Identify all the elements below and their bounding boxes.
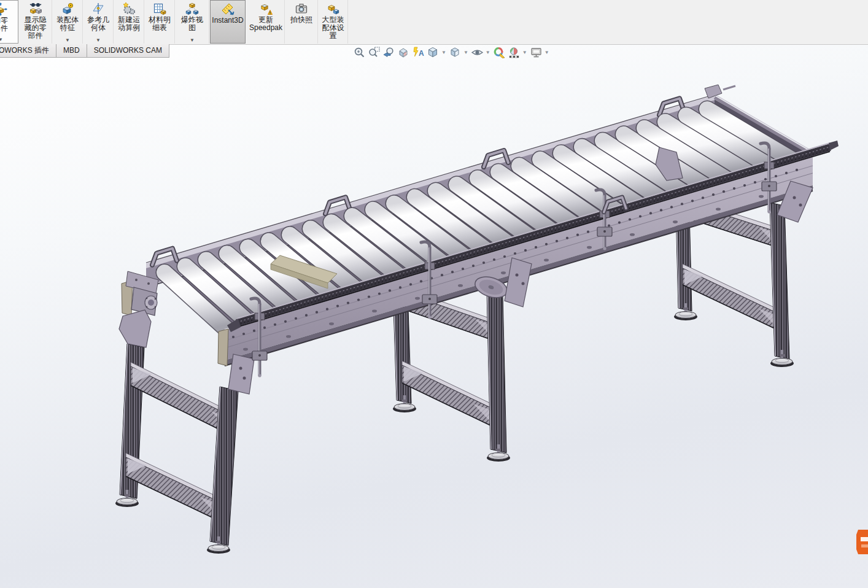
take-snapshot-icon (295, 1, 308, 16)
new-motion-study-label: 动算例 (118, 24, 140, 32)
exploded-view-button[interactable]: 爆炸视图▼ (176, 0, 209, 44)
dropdown-caret-icon[interactable]: ▼ (0, 37, 18, 42)
tab-mbd[interactable]: MBD (56, 44, 87, 58)
zoom-to-fit-icon[interactable] (352, 45, 366, 60)
move-component-icon (0, 2, 7, 17)
zoom-to-area-icon[interactable] (367, 45, 381, 60)
apply-scene-icon[interactable] (507, 45, 521, 60)
dropdown-caret-icon[interactable]: ▼ (463, 50, 468, 55)
reference-geometry-button[interactable]: 参考几何体▼ (83, 0, 114, 44)
dropdown-caret-icon[interactable]: ▼ (544, 50, 549, 55)
assembly-features-icon (61, 1, 74, 16)
update-speedpak-label: Speedpak (249, 24, 282, 32)
conveyor-model[interactable] (0, 44, 868, 588)
update-speedpak-icon (259, 1, 273, 16)
view-orientation-icon[interactable] (426, 45, 440, 60)
show-hidden-components-button[interactable]: 显示隐藏的零部件 (19, 0, 52, 44)
end-bracket[interactable] (705, 85, 722, 98)
dropdown-caret-icon[interactable]: ▼ (522, 50, 527, 55)
bill-of-materials-icon (153, 1, 166, 16)
dropdown-caret-icon[interactable]: ▼ (53, 38, 82, 43)
solidworks-window: { "toolbar": { "buttons": [ {"id":"move-… (0, 0, 868, 588)
show-hidden-components-icon (29, 1, 42, 16)
update-speedpak-button[interactable]: 更新Speedpak (247, 0, 285, 44)
assembly-features-label: 特征 (60, 24, 75, 32)
take-snapshot-label: 拍快照 (290, 16, 312, 24)
move-component-button[interactable]: 动零部件▼ (0, 0, 18, 44)
show-hidden-components-label: 部件 (28, 32, 43, 40)
previous-view-icon[interactable] (382, 45, 396, 60)
bracket-left-far[interactable] (119, 310, 151, 347)
leg-assembly-middle[interactable] (393, 287, 510, 462)
command-manager-toolbar: 动零部件▼显示隐藏的零部件装配体特征▼参考几何体▼新建运动算例材料明细表爆炸视图… (0, 0, 868, 45)
exploded-view-icon (185, 1, 199, 16)
instant3d-button[interactable]: Instant3D (210, 0, 246, 44)
exploded-view-label: 图 (188, 24, 196, 32)
annotation-views-icon[interactable]: A (411, 45, 425, 60)
dropdown-caret-icon[interactable]: ▼ (83, 38, 113, 43)
large-assembly-settings-label: 置 (330, 32, 337, 40)
badge-icon (856, 528, 868, 555)
section-view-icon[interactable] (397, 45, 411, 60)
new-motion-study-button[interactable]: 新建运动算例 (114, 0, 144, 44)
new-motion-study-icon (122, 1, 136, 16)
large-assembly-settings-icon (327, 1, 340, 16)
command-manager-tabs: OWORKS 插件MBDSOLIDWORKS CAM (0, 44, 169, 59)
dropdown-caret-icon[interactable]: ▼ (441, 50, 446, 55)
svg-text:A: A (419, 49, 424, 58)
instant3d-label: Instant3D (212, 17, 243, 25)
leveling-foot[interactable] (770, 350, 794, 367)
dropdown-caret-icon[interactable]: ▼ (486, 50, 490, 55)
display-style-icon[interactable] (448, 45, 462, 60)
tab-plugins[interactable]: OWORKS 插件 (0, 44, 56, 58)
heads-up-view-toolbar: A▼▼▼▼▼ (352, 45, 551, 60)
reference-geometry-label: 何体 (91, 24, 106, 32)
graphics-viewport[interactable] (0, 44, 868, 588)
reference-geometry-icon (91, 1, 105, 16)
instant3d-icon (221, 2, 234, 17)
leg-assembly-left[interactable] (115, 344, 238, 554)
bill-of-materials-button[interactable]: 材料明细表 (145, 0, 175, 44)
dropdown-caret-icon[interactable]: ▼ (176, 38, 209, 43)
leveling-foot[interactable] (674, 303, 697, 320)
bill-of-materials-label: 细表 (152, 24, 167, 32)
corner-badge (856, 528, 868, 555)
view-settings-icon[interactable] (529, 45, 543, 60)
edit-appearance-icon[interactable] (492, 45, 506, 60)
large-assembly-settings-button[interactable]: 大型装配体设置 (319, 0, 348, 44)
tab-cam[interactable]: SOLIDWORKS CAM (87, 44, 169, 58)
hide-show-items-icon[interactable] (470, 45, 484, 60)
move-component-label: 部件 (0, 25, 8, 33)
end-cap-near[interactable] (218, 329, 228, 366)
take-snapshot-button[interactable]: 拍快照 (285, 0, 318, 44)
assembly-features-button[interactable]: 装配体特征▼ (53, 0, 83, 44)
bracket-left-near[interactable] (228, 354, 254, 394)
